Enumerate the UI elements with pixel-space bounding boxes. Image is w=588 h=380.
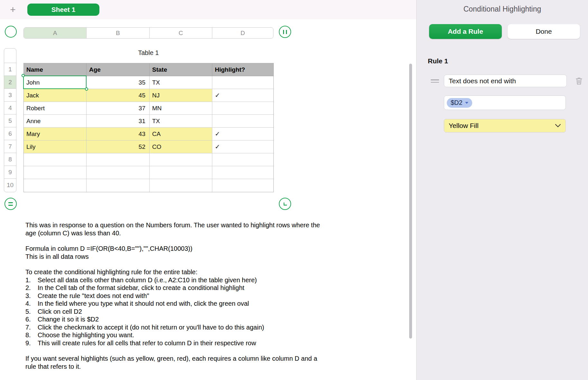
data-table: Name Age State Highlight? John 35 TX Jac… bbox=[23, 63, 274, 192]
topbar: + Sheet 1 bbox=[0, 0, 416, 19]
row-header-6[interactable]: 6 bbox=[4, 127, 16, 140]
cell-b10[interactable] bbox=[87, 179, 150, 192]
cell-a7[interactable]: Lily bbox=[24, 140, 87, 153]
vertical-scrollbar[interactable] bbox=[409, 64, 412, 339]
cell-b2[interactable]: 35 bbox=[87, 76, 150, 89]
table-row bbox=[24, 166, 273, 179]
row-header-2[interactable]: 2 bbox=[4, 76, 16, 89]
highlight-style-label: Yellow Fill bbox=[449, 122, 479, 130]
header-cell-name[interactable]: Name bbox=[24, 63, 87, 76]
cell-d6[interactable]: ✓ bbox=[212, 128, 273, 140]
table-row: Anne 31 TX bbox=[24, 115, 273, 128]
cell-d8[interactable] bbox=[212, 153, 273, 166]
notes-text-box: This was in response to a question on th… bbox=[25, 221, 326, 370]
rule-name-label: Rule 1 bbox=[428, 57, 448, 65]
add-column-handle[interactable] bbox=[279, 26, 291, 38]
add-rule-button[interactable]: Add a Rule bbox=[429, 24, 502, 39]
delete-rule-button[interactable] bbox=[575, 77, 583, 86]
column-header-d[interactable]: D bbox=[212, 28, 273, 38]
cell-b3[interactable]: 45 bbox=[87, 89, 150, 102]
cell-c2[interactable]: TX bbox=[150, 76, 212, 89]
cell-a3[interactable]: Jack bbox=[24, 89, 87, 102]
cell-b8[interactable] bbox=[87, 153, 150, 166]
cell-d2[interactable] bbox=[212, 76, 273, 89]
notes-step: 1.Select all data cells other than colum… bbox=[25, 276, 326, 284]
row-header-5[interactable]: 5 bbox=[4, 114, 16, 127]
row-handle-icon bbox=[8, 205, 13, 206]
cell-a10[interactable] bbox=[24, 179, 87, 192]
add-sheet-button[interactable]: + bbox=[7, 4, 19, 15]
step-text: This will create rules for all cells tha… bbox=[38, 339, 256, 347]
notes-step: 9.This will create rules for all cells t… bbox=[25, 339, 326, 347]
cell-b9[interactable] bbox=[87, 166, 150, 179]
done-button[interactable]: Done bbox=[508, 24, 580, 39]
token-dropdown-arrow-icon bbox=[465, 102, 468, 104]
notes-formula: Formula in column D =IF(OR(B<40,B=""),""… bbox=[25, 245, 326, 253]
table-row: Mary 43 CA ✓ bbox=[24, 128, 273, 140]
step-number: 6. bbox=[25, 315, 38, 323]
rule-condition-dropdown[interactable]: Text does not end with bbox=[444, 75, 567, 87]
step-number: 9. bbox=[25, 339, 38, 347]
condition-value-field[interactable]: $D2 bbox=[444, 95, 566, 110]
cell-d5[interactable] bbox=[212, 115, 273, 128]
cell-c9[interactable] bbox=[150, 166, 212, 179]
cell-b5[interactable]: 31 bbox=[87, 115, 150, 128]
row-header-1[interactable]: 1 bbox=[4, 63, 16, 76]
cell-d4[interactable] bbox=[212, 102, 273, 115]
cell-d7[interactable]: ✓ bbox=[212, 140, 273, 153]
cell-c5[interactable]: TX bbox=[150, 115, 212, 128]
column-header-b[interactable]: B bbox=[87, 28, 150, 38]
header-cell-state[interactable]: State bbox=[150, 63, 212, 76]
cell-d9[interactable] bbox=[212, 166, 273, 179]
cell-reference-token[interactable]: $D2 bbox=[447, 98, 472, 108]
highlight-style-dropdown[interactable]: Yellow Fill bbox=[444, 119, 566, 132]
rule-condition-label: Text does not end with bbox=[449, 77, 516, 85]
notes-step: 3.Create the rule "text does not end wit… bbox=[25, 292, 326, 300]
cell-a8[interactable] bbox=[24, 153, 87, 166]
row-rail-spacer bbox=[4, 49, 16, 63]
step-text: Click on cell D2 bbox=[38, 308, 82, 316]
column-header-a[interactable]: A bbox=[24, 28, 87, 38]
step-text: Create the rule "text does not end with" bbox=[38, 292, 149, 300]
cell-a5[interactable]: Anne bbox=[24, 115, 87, 128]
cell-a6[interactable]: Mary bbox=[24, 128, 87, 140]
table-select-all-handle[interactable] bbox=[5, 26, 17, 38]
cell-d3[interactable]: ✓ bbox=[212, 89, 273, 102]
notes-intro: This was in response to a question on th… bbox=[25, 221, 326, 237]
cell-d10[interactable] bbox=[212, 179, 273, 192]
cell-b6[interactable]: 43 bbox=[87, 128, 150, 140]
sheet-tab-label: Sheet 1 bbox=[51, 6, 76, 14]
cell-c3[interactable]: NJ bbox=[150, 89, 212, 102]
cell-c10[interactable] bbox=[150, 179, 212, 192]
row-header-9[interactable]: 9 bbox=[4, 166, 16, 179]
cell-c4[interactable]: MN bbox=[150, 102, 212, 115]
cell-c8[interactable] bbox=[150, 153, 212, 166]
notes-step: 4.In the field where you type what it sh… bbox=[25, 300, 326, 308]
sheet-tab[interactable]: Sheet 1 bbox=[27, 4, 99, 16]
step-number: 8. bbox=[25, 331, 38, 339]
step-text: Click the checkmark to accept it (do not… bbox=[38, 323, 264, 331]
row-header-4[interactable]: 4 bbox=[4, 102, 16, 114]
notes-outro: If you want several highlights (such as … bbox=[25, 355, 326, 370]
header-cell-age[interactable]: Age bbox=[87, 63, 150, 76]
cell-a4[interactable]: Robert bbox=[24, 102, 87, 115]
table-title: Table 1 bbox=[23, 49, 273, 57]
cell-b4[interactable]: 37 bbox=[87, 102, 150, 115]
column-handle-icon bbox=[286, 30, 287, 34]
cell-c6[interactable]: CA bbox=[150, 128, 212, 140]
row-header-8[interactable]: 8 bbox=[4, 153, 16, 166]
add-row-handle[interactable] bbox=[5, 198, 17, 210]
header-cell-highlight[interactable]: Highlight? bbox=[212, 63, 273, 76]
cell-a2[interactable]: John bbox=[24, 76, 87, 89]
table-resize-handle[interactable] bbox=[279, 198, 291, 210]
column-header-c[interactable]: C bbox=[150, 28, 212, 38]
cell-b7[interactable]: 52 bbox=[87, 140, 150, 153]
row-header-3[interactable]: 3 bbox=[4, 89, 16, 102]
rule-drag-handle[interactable] bbox=[431, 78, 439, 84]
row-header-7[interactable]: 7 bbox=[4, 140, 16, 153]
cell-a9[interactable] bbox=[24, 166, 87, 179]
step-text: Change it so it is $D2 bbox=[38, 315, 99, 323]
cell-c7[interactable]: CO bbox=[150, 140, 212, 153]
row-header-10[interactable]: 10 bbox=[4, 179, 16, 192]
notes-step: 6.Change it so it is $D2 bbox=[25, 315, 326, 323]
